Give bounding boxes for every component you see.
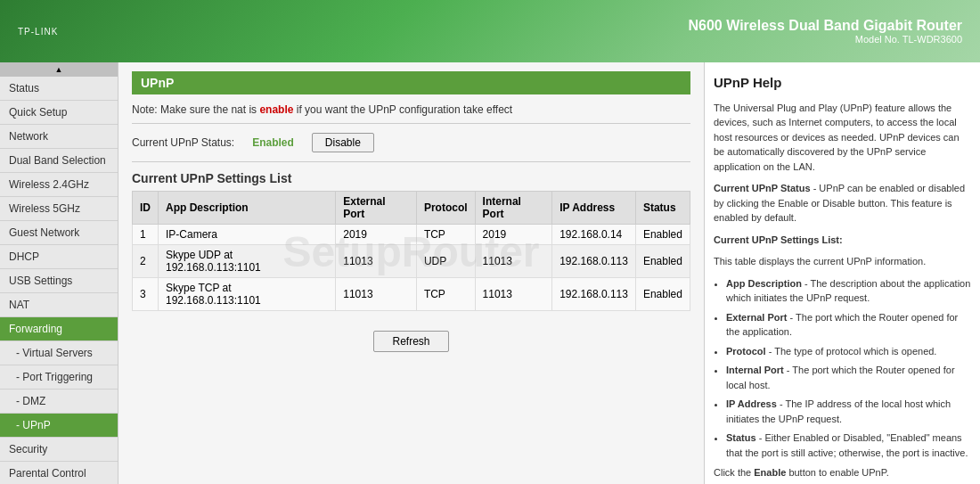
table-cell: Enabled — [635, 225, 690, 245]
help-list-intro: This table displays the current UPnP inf… — [714, 254, 971, 269]
table-header-app-description: App Description — [159, 192, 336, 225]
divider-1 — [132, 123, 690, 124]
help-list-item: Protocol - The type of protocol which is… — [726, 344, 971, 359]
sidebar-item-network[interactable]: Network — [0, 125, 118, 149]
sidebar-item-status[interactable]: Status — [0, 77, 118, 101]
router-info: N600 Wireless Dual Band Gigabit Router M… — [689, 18, 962, 45]
status-row: Current UPnP Status: Enabled Disable — [132, 133, 690, 152]
help-list-title: Current UPnP Settings List: — [714, 233, 971, 248]
table-row: 2Skype UDP at 192.168.0.113:110111013UDP… — [133, 245, 690, 278]
note-suffix: if you want the UPnP configuration take … — [297, 103, 512, 116]
table-cell: IP-Camera — [159, 225, 336, 245]
table-cell: Enabled — [635, 245, 690, 278]
help-title: UPnP Help — [714, 73, 971, 94]
table-header-row: IDApp DescriptionExternal PortProtocolIn… — [133, 192, 690, 225]
main-layout: ▲ StatusQuick SetupNetworkDual Band Sele… — [0, 62, 980, 484]
table-cell: TCP — [416, 278, 475, 311]
page-title: UPnP — [132, 71, 690, 94]
table-cell: 2019 — [475, 225, 552, 245]
sidebar-item-nat[interactable]: NAT — [0, 293, 118, 317]
upnp-table: IDApp DescriptionExternal PortProtocolIn… — [132, 191, 690, 311]
help-list-item: Status - Either Enabled or Disabled, "En… — [726, 431, 971, 460]
help-list-item: Internal Port - The port which the Route… — [726, 363, 971, 392]
table-cell: 3 — [133, 278, 159, 311]
sidebar-item-wireless24[interactable]: Wireless 2.4GHz — [0, 173, 118, 197]
logo-text: TP-LINK — [18, 27, 58, 37]
divider-2 — [132, 161, 690, 162]
table-header-protocol: Protocol — [416, 192, 475, 225]
table-body: 1IP-Camera2019TCP2019192.168.0.14Enabled… — [133, 225, 690, 311]
sidebar-item-port-triggering[interactable]: - Port Triggering — [0, 365, 118, 390]
sidebar-items: StatusQuick SetupNetworkDual Band Select… — [0, 77, 118, 484]
table-title: Current UPnP Settings List — [132, 171, 690, 185]
sidebar: ▲ StatusQuick SetupNetworkDual Band Sele… — [0, 62, 118, 484]
sidebar-item-guest-network[interactable]: Guest Network — [0, 221, 118, 245]
sidebar-item-security[interactable]: Security — [0, 438, 118, 462]
table-header-internal-port: Internal Port — [475, 192, 552, 225]
sidebar-item-dual-band[interactable]: Dual Band Selection — [0, 149, 118, 173]
sidebar-item-wireless5[interactable]: Wireless 5GHz — [0, 197, 118, 221]
note-prefix: Note: Make sure the nat is — [132, 103, 257, 116]
table-cell: 192.168.0.14 — [552, 225, 636, 245]
table-cell: UDP — [416, 245, 475, 278]
table-cell: Skype UDP at 192.168.0.113:1101 — [159, 245, 336, 278]
table-cell: 2 — [133, 245, 159, 278]
table-header-ip-address: IP Address — [552, 192, 636, 225]
header: TP-LINK N600 Wireless Dual Band Gigabit … — [0, 0, 980, 62]
table-row: 3Skype TCP at 192.168.0.113:110111013TCP… — [133, 278, 690, 311]
table-container: SetupRouter IDApp DescriptionExternal Po… — [132, 191, 690, 311]
refresh-button[interactable]: Refresh — [373, 331, 448, 352]
table-row: 1IP-Camera2019TCP2019192.168.0.14Enabled — [133, 225, 690, 245]
table-header-status: Status — [635, 192, 690, 225]
table-cell: 11013 — [336, 245, 417, 278]
sidebar-item-usb-settings[interactable]: USB Settings — [0, 269, 118, 293]
table-header-external-port: External Port — [336, 192, 417, 225]
help-intro: The Universal Plug and Play (UPnP) featu… — [714, 101, 971, 175]
note-text: Note: Make sure the nat is enable if you… — [132, 103, 690, 116]
table-header-id: ID — [133, 192, 159, 225]
help-click-enable: Click the Enable button to enable UPnP. — [714, 465, 971, 480]
sidebar-item-upnp[interactable]: - UPnP — [0, 414, 118, 438]
help-list-item: App Description - The description about … — [726, 276, 971, 306]
sidebar-item-dhcp[interactable]: DHCP — [0, 245, 118, 269]
status-label: Current UPnP Status: — [132, 136, 234, 149]
sidebar-item-dmz[interactable]: - DMZ — [0, 390, 118, 414]
logo: TP-LINK — [18, 27, 58, 37]
table-cell: TCP — [416, 225, 475, 245]
button-container: Refresh — [132, 320, 690, 352]
enable-link: enable — [259, 103, 293, 116]
router-name: N600 Wireless Dual Band Gigabit Router — [689, 18, 962, 34]
table-cell: 11013 — [475, 245, 552, 278]
content-area: UPnP Note: Make sure the nat is enable i… — [118, 62, 980, 484]
sidebar-item-forwarding[interactable]: Forwarding — [0, 317, 118, 341]
help-list-item: External Port - The port which the Route… — [726, 310, 971, 340]
help-panel: UPnP Help The Universal Plug and Play (U… — [704, 62, 980, 484]
help-status: Current UPnP Status - UPnP can be enable… — [714, 181, 971, 226]
help-list-item: IP Address - The IP address of the local… — [726, 397, 971, 426]
table-cell: 11013 — [475, 278, 552, 311]
table-cell: Enabled — [635, 278, 690, 311]
table-cell: 192.168.0.113 — [552, 245, 636, 278]
table-cell: Skype TCP at 192.168.0.113:1101 — [159, 278, 336, 311]
model-number: Model No. TL-WDR3600 — [689, 34, 962, 45]
table-cell: 2019 — [336, 225, 417, 245]
sidebar-item-parental-control[interactable]: Parental Control — [0, 462, 118, 484]
table-cell: 1 — [133, 225, 159, 245]
disable-button[interactable]: Disable — [312, 133, 374, 152]
help-list: App Description - The description about … — [726, 276, 971, 461]
table-cell: 11013 — [336, 278, 417, 311]
status-value: Enabled — [252, 136, 294, 149]
sidebar-item-virtual-servers[interactable]: - Virtual Servers — [0, 341, 118, 365]
sidebar-item-quick-setup[interactable]: Quick Setup — [0, 101, 118, 125]
table-cell: 192.168.0.113 — [552, 278, 636, 311]
table-header: IDApp DescriptionExternal PortProtocolIn… — [133, 192, 690, 225]
sidebar-scroll-up[interactable]: ▲ — [0, 62, 118, 77]
main-content: UPnP Note: Make sure the nat is enable i… — [118, 62, 704, 484]
